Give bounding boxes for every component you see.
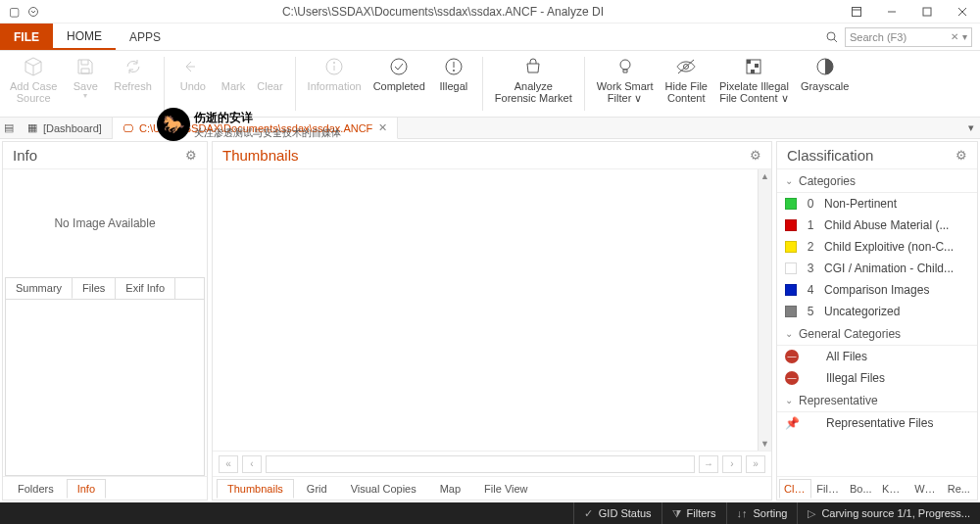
svg-point-12 bbox=[391, 59, 407, 74]
sort-icon: ↓↑ bbox=[737, 507, 748, 519]
monitor-icon: 🖵 bbox=[122, 122, 133, 134]
hide-file-button[interactable]: Hide File Content bbox=[660, 53, 713, 106]
analyze-market-button[interactable]: Analyze Forensic Market bbox=[489, 53, 578, 106]
doctab-file[interactable]: 🖵 C:\Users\SSDAX\Documents\ssdax\ssdax.A… bbox=[113, 118, 398, 139]
pager-prev-button[interactable]: ‹ bbox=[242, 455, 262, 473]
representative-files[interactable]: 📌 Representative Files bbox=[777, 412, 977, 434]
general-all-files[interactable]: — All Files bbox=[777, 346, 977, 367]
center-tab-grid[interactable]: Grid bbox=[296, 479, 338, 499]
pager-input[interactable] bbox=[266, 455, 695, 473]
center-tab-fileview[interactable]: File View bbox=[473, 479, 538, 499]
class-bottom-tab[interactable]: Re... bbox=[943, 479, 975, 499]
thumbnails-canvas[interactable] bbox=[213, 169, 758, 451]
app-menu-icon[interactable]: ▢ bbox=[6, 4, 22, 20]
category-row[interactable]: 4 Comparison Images bbox=[777, 279, 977, 301]
no-image-label: No Image Available bbox=[3, 169, 207, 277]
category-number: 2 bbox=[805, 240, 816, 254]
thumbnails-gear-icon[interactable]: ⚙ bbox=[750, 148, 761, 163]
clear-button[interactable]: Clear bbox=[251, 53, 288, 94]
information-button[interactable]: Information bbox=[302, 53, 368, 94]
undo-button[interactable]: Undo bbox=[171, 53, 216, 94]
play-icon: ▷ bbox=[808, 507, 815, 520]
status-sorting[interactable]: ↓↑ Sorting bbox=[726, 502, 798, 524]
center-tab-map[interactable]: Map bbox=[429, 479, 471, 499]
qat-dropdown-icon[interactable] bbox=[25, 4, 41, 20]
section-categories[interactable]: ⌄ Categories bbox=[777, 169, 977, 193]
class-bottom-tab[interactable]: Cla... bbox=[779, 479, 811, 499]
scroll-down-icon[interactable]: ▼ bbox=[759, 437, 771, 451]
doctabs-dropdown-icon[interactable]: ▾ bbox=[962, 118, 980, 138]
tab-apps[interactable]: APPS bbox=[116, 24, 174, 50]
refresh-button[interactable]: Refresh bbox=[108, 53, 158, 94]
pin-icon: 📌 bbox=[785, 416, 799, 430]
color-swatch bbox=[785, 262, 797, 274]
pager-last-button[interactable]: » bbox=[746, 455, 765, 473]
section-general[interactable]: ⌄ General Categories bbox=[777, 322, 977, 346]
dashboard-icon: ▦ bbox=[27, 121, 37, 134]
class-bottom-tab[interactable]: Wo... bbox=[909, 479, 942, 499]
check-icon: ✓ bbox=[584, 507, 593, 520]
info-gear-icon[interactable]: ⚙ bbox=[185, 148, 197, 163]
class-bottom-tab[interactable]: Key... bbox=[877, 479, 909, 499]
pager-go-button[interactable]: → bbox=[699, 455, 718, 473]
info-content-area bbox=[5, 299, 205, 476]
info-bottom-folders[interactable]: Folders bbox=[7, 479, 65, 499]
section-representative[interactable]: ⌄ Representative bbox=[777, 389, 977, 412]
category-number: 3 bbox=[805, 262, 816, 275]
pager-next-button[interactable]: › bbox=[722, 455, 742, 473]
illegal-icon bbox=[442, 55, 466, 78]
category-row[interactable]: 1 Child Abuse Material (... bbox=[777, 214, 977, 236]
doctabs-menu-icon[interactable]: ▤ bbox=[0, 118, 18, 138]
chevron-down-icon: ⌄ bbox=[785, 175, 793, 186]
pager-first-button[interactable]: « bbox=[219, 455, 238, 473]
search-input[interactable]: Search (F3) ✕ ▾ bbox=[845, 27, 972, 47]
category-row[interactable]: 5 Uncategorized bbox=[777, 301, 977, 322]
classification-gear-icon[interactable]: ⚙ bbox=[956, 148, 967, 163]
smart-filter-button[interactable]: Work Smart Filter ∨ bbox=[591, 53, 660, 106]
info-bottom-info[interactable]: Info bbox=[67, 479, 106, 499]
grayscale-button[interactable]: Grayscale bbox=[795, 53, 856, 94]
tab-home[interactable]: HOME bbox=[53, 24, 116, 50]
eye-off-icon bbox=[674, 55, 698, 78]
search-icon[interactable] bbox=[825, 30, 839, 44]
thumbnails-scrollbar[interactable]: ▲ ▼ bbox=[758, 169, 771, 451]
completed-button[interactable]: Completed bbox=[368, 53, 431, 94]
status-gid[interactable]: ✓ GID Status bbox=[573, 502, 662, 524]
search-clear-icon[interactable]: ✕ bbox=[951, 31, 958, 42]
search-dropdown-icon[interactable]: ▾ bbox=[962, 31, 967, 42]
class-bottom-tab[interactable]: Bo... bbox=[845, 479, 877, 499]
center-tab-visual[interactable]: Visual Copies bbox=[340, 479, 427, 499]
pixelate-button[interactable]: Pixelate Illegal File Content ∨ bbox=[713, 53, 795, 106]
status-filters[interactable]: ⧩ Filters bbox=[662, 502, 726, 524]
general-illegal-files[interactable]: — Illegal Files bbox=[777, 367, 977, 389]
tab-file[interactable]: FILE bbox=[0, 24, 53, 50]
add-case-source-button[interactable]: Add Case Source bbox=[4, 53, 63, 106]
svg-point-0 bbox=[29, 7, 38, 16]
doctab-dashboard[interactable]: ▦ [Dashboard] bbox=[18, 118, 113, 138]
search-placeholder: Search (F3) bbox=[850, 31, 906, 43]
stop-icon: — bbox=[785, 350, 799, 363]
info-tab-exif[interactable]: Exif Info bbox=[116, 278, 175, 299]
illegal-button[interactable]: Illegal bbox=[431, 53, 476, 94]
grayscale-icon bbox=[813, 55, 837, 78]
info-tab-files[interactable]: Files bbox=[73, 278, 116, 299]
close-button[interactable] bbox=[945, 0, 980, 24]
category-row[interactable]: 3 CGI / Animation - Child... bbox=[777, 258, 977, 279]
maximize-button[interactable] bbox=[909, 0, 945, 24]
category-row[interactable]: 2 Child Exploitive (non-C... bbox=[777, 236, 977, 258]
minimize-button[interactable] bbox=[874, 0, 909, 24]
save-button[interactable]: Save ▾ bbox=[63, 53, 108, 103]
status-carving[interactable]: ▷ Carving source 1/1, Progress... bbox=[797, 502, 980, 524]
class-bottom-tab[interactable]: Filt... bbox=[811, 479, 844, 499]
color-swatch bbox=[785, 306, 797, 317]
info-panel-title: Info bbox=[13, 147, 37, 164]
ribbon-display-button[interactable] bbox=[839, 0, 874, 24]
refresh-icon bbox=[122, 55, 145, 78]
doctab-close-icon[interactable]: ✕ bbox=[378, 121, 387, 134]
svg-point-15 bbox=[453, 70, 455, 71]
mark-button[interactable]: Mark bbox=[216, 53, 251, 94]
category-row[interactable]: 0 Non-Pertinent bbox=[777, 193, 977, 214]
info-tab-summary[interactable]: Summary bbox=[6, 278, 73, 299]
center-tab-thumbnails[interactable]: Thumbnails bbox=[217, 479, 294, 499]
scroll-up-icon[interactable]: ▲ bbox=[759, 169, 771, 183]
